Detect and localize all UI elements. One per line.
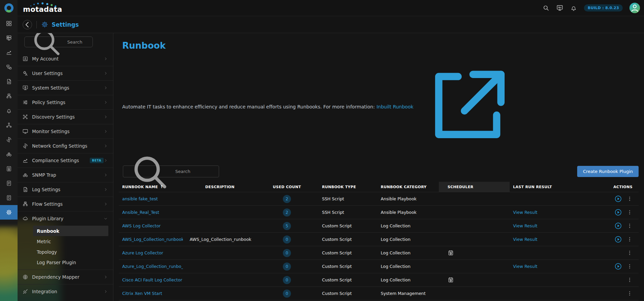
rail-item-topology[interactable] xyxy=(0,60,18,74)
rail-item-reports[interactable] xyxy=(0,161,18,176)
runbook-name-link[interactable]: Azure_Log_Collection_runbo_ xyxy=(122,264,183,269)
rail-item-settings[interactable] xyxy=(0,205,18,220)
sidebar-item-discovery-settings[interactable]: Discovery Settings xyxy=(18,109,113,124)
runbook-type-cell: Custom Script xyxy=(303,287,364,300)
monitor-pulse-icon[interactable] xyxy=(556,4,563,11)
sidebar-item-integration[interactable]: Integration xyxy=(18,284,113,299)
notifications-bell-icon[interactable] xyxy=(570,4,577,11)
sidebar-item-plugin-library[interactable]: Plugin Library xyxy=(18,211,113,226)
column-header-runbook-name[interactable]: RUNBOOK NAME↑ xyxy=(119,182,183,192)
sidebar-item-my-account[interactable]: My Account xyxy=(18,51,113,66)
rail-item-automation[interactable] xyxy=(0,132,18,147)
run-runbook-button[interactable] xyxy=(614,235,622,243)
sidebar-item-user-settings[interactable]: User Settings xyxy=(18,66,113,80)
sidebar-subitem-log-parser-plugin[interactable]: Log Parser Plugin xyxy=(33,257,108,268)
actions-cell xyxy=(584,219,639,233)
rail-item-infrastructure[interactable] xyxy=(0,31,18,45)
user-avatar[interactable] xyxy=(629,3,640,13)
table-header-row: RUNBOOK NAME↑DESCRIPTIONUSED COUNTRUNBOO… xyxy=(119,182,639,192)
scheduler-cell xyxy=(439,233,510,246)
row-menu-button[interactable] xyxy=(627,277,633,283)
row-menu-button[interactable] xyxy=(627,223,633,229)
row-menu-button[interactable] xyxy=(627,196,633,202)
sidebar-item-policy-settings[interactable]: Policy Settings xyxy=(18,95,113,109)
rail-item-alerts[interactable] xyxy=(0,103,18,118)
rail-item-dependency[interactable] xyxy=(0,118,18,132)
column-header-runbook-category[interactable]: RUNBOOK CATEGORY xyxy=(364,182,439,192)
rail-item-discovery[interactable] xyxy=(0,147,18,161)
rail-item-dashboard[interactable] xyxy=(0,16,18,31)
sidebar-subitem-topology[interactable]: Topology xyxy=(33,247,108,257)
column-header-used-count[interactable]: USED COUNT xyxy=(271,182,303,192)
sidebar-item-label: Discovery Settings xyxy=(32,114,104,120)
table-row: AWS_Log_Collection_runbookAWS_Log_Collec… xyxy=(119,232,639,246)
column-header-actions[interactable]: ACTIONS xyxy=(584,182,639,192)
row-menu-button[interactable] xyxy=(627,264,633,269)
view-result-link[interactable]: View Result xyxy=(513,223,537,228)
description-cell xyxy=(183,206,271,219)
runbook-category-cell: Ansible Playbook xyxy=(364,206,439,219)
rail-item-network[interactable] xyxy=(0,89,18,103)
runbook-name-cell: Citrix Xen VM Start xyxy=(119,287,183,300)
run-runbook-button[interactable] xyxy=(614,208,622,216)
sidebar-item-system-settings[interactable]: System Settings xyxy=(18,80,113,95)
create-runbook-plugin-button[interactable]: Create Runbook Plugin xyxy=(577,166,639,177)
back-button[interactable] xyxy=(23,20,32,29)
runbook-name-link[interactable]: ansible fake_test xyxy=(122,196,158,201)
runbook-name-link[interactable]: Ansible_Real_Test xyxy=(122,210,159,215)
rail-item-audit[interactable] xyxy=(0,176,18,191)
sidebar-item-flow-settings[interactable]: Flow Settings xyxy=(18,197,113,211)
sidebar-item-monitor-settings[interactable]: Monitor Settings xyxy=(18,124,113,139)
row-menu-button[interactable] xyxy=(627,209,633,215)
sidebar-subitem-metric[interactable]: Metric xyxy=(33,236,108,247)
sidebar-item-label: Network Config Settings xyxy=(32,143,104,149)
run-runbook-button[interactable] xyxy=(614,195,622,203)
table-search-input[interactable] xyxy=(175,169,215,174)
column-header-runbook-type[interactable]: RUNBOOK TYPE xyxy=(303,182,364,192)
audit-icon xyxy=(6,180,12,186)
used-count-cell: 5 xyxy=(271,219,303,233)
sidebar-item-network-config-settings[interactable]: Network Config Settings xyxy=(18,139,113,153)
rail-item-compliance-report[interactable] xyxy=(0,191,18,205)
rail-item-log-explorer[interactable] xyxy=(0,74,18,89)
table-row: AWS Log Collector5Custom ScriptLog Colle… xyxy=(119,219,639,232)
beta-badge: BETA xyxy=(90,158,104,163)
runbook-name-link[interactable]: Azure Log Collector xyxy=(122,250,163,255)
search-icon[interactable] xyxy=(542,4,549,11)
row-menu-button[interactable] xyxy=(627,236,633,242)
sidebar-item-compliance-settings[interactable]: Compliance SettingsBETA xyxy=(18,153,113,168)
runbook-name-link[interactable]: Citrix Xen VM Start xyxy=(122,291,162,296)
page-section-title: Settings xyxy=(52,21,79,28)
sidebar-item-snmp-trap[interactable]: SNMP Trap xyxy=(18,168,113,182)
app-logo[interactable] xyxy=(0,0,18,16)
column-header-last-run-result[interactable]: LAST RUN RESULT xyxy=(510,182,584,192)
row-menu-button[interactable] xyxy=(627,291,633,296)
runbook-name-link[interactable]: AWS Log Collector xyxy=(122,223,161,228)
column-header-scheduler[interactable]: SCHEDULER xyxy=(439,182,510,192)
runbook-name-link[interactable]: Cisco ACI Fault Log Collector xyxy=(122,277,182,282)
runbook-name-link[interactable]: AWS_Log_Collection_runbook xyxy=(122,237,183,242)
runbook-category-text: Log Collection xyxy=(381,223,410,228)
inbuilt-runbook-link[interactable]: Inbuilt Runbook xyxy=(376,55,516,158)
rail-item-metric-explorer[interactable] xyxy=(0,45,18,60)
sidebar-item-dependency-mapper[interactable]: Dependency Mapper xyxy=(18,270,113,284)
row-menu-button[interactable] xyxy=(627,250,633,256)
run-runbook-button[interactable] xyxy=(614,262,622,270)
view-result-link[interactable]: View Result xyxy=(513,210,537,215)
sidebar-subitem-runbook[interactable]: Runbook xyxy=(33,226,108,236)
description-cell xyxy=(183,192,271,206)
sidebar-item-log-settings[interactable]: Log Settings xyxy=(18,182,113,197)
last-run-result-cell: View Result xyxy=(510,233,584,246)
table-search[interactable] xyxy=(123,166,219,177)
column-header-description[interactable]: DESCRIPTION xyxy=(183,182,271,192)
sidebar-search-input[interactable] xyxy=(67,40,89,45)
view-result-link[interactable]: View Result xyxy=(513,237,537,242)
sidebar-search[interactable] xyxy=(24,36,93,47)
runbook-name-cell: Azure_Log_Collection_runbo_ xyxy=(119,260,183,273)
chevron-right-icon xyxy=(104,173,108,177)
run-runbook-button[interactable] xyxy=(614,222,622,230)
view-result-link[interactable]: View Result xyxy=(513,264,537,269)
scheduler-cell xyxy=(439,219,510,233)
scheduler-cell xyxy=(439,206,510,219)
used-count-cell: 0 xyxy=(271,273,303,287)
